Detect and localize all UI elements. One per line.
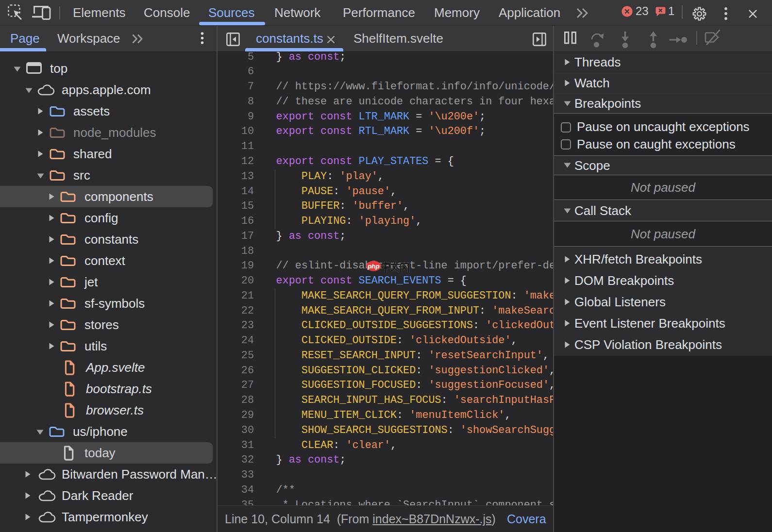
svg-text:php: php [367, 263, 380, 270]
